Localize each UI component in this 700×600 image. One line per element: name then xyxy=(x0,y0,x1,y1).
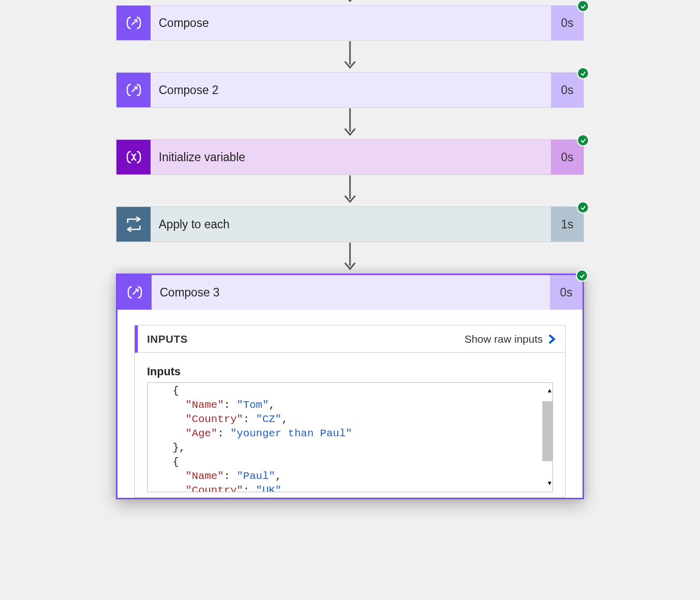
check-icon xyxy=(580,70,587,77)
arrow-icon xyxy=(342,243,358,273)
inputs-header-label: INPUTS xyxy=(138,333,464,345)
step-title: Initialize variable xyxy=(151,140,551,174)
compose-icon xyxy=(118,275,152,310)
arrow-icon xyxy=(342,0,358,5)
loop-icon xyxy=(116,207,151,242)
flow-arrow xyxy=(0,0,700,5)
flow-arrow xyxy=(0,175,700,206)
step-title: Apply to each xyxy=(151,207,551,242)
scrollbar-thumb[interactable] xyxy=(542,401,552,461)
flow-arrow xyxy=(0,41,700,72)
success-badge xyxy=(577,134,589,146)
scroll-down-icon[interactable]: ▼ xyxy=(548,476,551,491)
check-icon xyxy=(580,137,587,144)
step-title: Compose xyxy=(151,6,551,40)
flow-arrow xyxy=(0,108,700,139)
arrow-icon xyxy=(342,175,358,206)
chevron-right-icon xyxy=(548,333,556,345)
success-badge xyxy=(577,67,589,79)
inputs-panel: INPUTS Show raw inputs Inputs ▲ ▼ { "Nam… xyxy=(134,325,566,498)
arrow-icon xyxy=(342,108,358,139)
inputs-panel-body: Inputs ▲ ▼ { "Name": "Tom", "Country": "… xyxy=(135,353,565,497)
inputs-code-box[interactable]: ▲ ▼ { "Name": "Tom", "Country": "CZ", "A… xyxy=(147,382,553,492)
success-badge xyxy=(577,201,589,214)
show-raw-inputs-link[interactable]: Show raw inputs xyxy=(464,333,556,345)
flow-arrow xyxy=(0,242,700,274)
step-title: Compose 3 xyxy=(152,275,550,310)
success-badge xyxy=(577,0,589,12)
variable-icon xyxy=(116,140,151,174)
flow-step-compose[interactable]: Compose 0s xyxy=(116,5,584,41)
flow-step-apply-to-each[interactable]: Apply to each 1s xyxy=(116,206,584,242)
flow-canvas: Compose 0s Compose 2 0s xyxy=(0,0,700,499)
inputs-code-content: { "Name": "Tom", "Country": "CZ", "Age":… xyxy=(148,383,552,492)
scroll-up-icon[interactable]: ▲ xyxy=(548,384,551,398)
check-icon xyxy=(579,273,586,279)
inputs-panel-header: INPUTS Show raw inputs xyxy=(135,325,565,353)
show-raw-inputs-label: Show raw inputs xyxy=(464,333,543,345)
check-icon xyxy=(580,204,587,211)
inputs-body-label: Inputs xyxy=(147,365,553,378)
flow-step-initialize-variable[interactable]: Initialize variable 0s xyxy=(116,139,584,175)
step-header[interactable]: Compose 3 0s xyxy=(118,275,582,310)
arrow-icon xyxy=(342,41,358,72)
compose-icon xyxy=(116,6,151,40)
flow-step-compose-2[interactable]: Compose 2 0s xyxy=(116,72,584,108)
compose-icon xyxy=(116,73,151,107)
step-title: Compose 2 xyxy=(151,73,551,107)
success-badge xyxy=(576,269,588,282)
flow-step-compose-3-expanded[interactable]: Compose 3 0s INPUTS Show raw inputs Inpu… xyxy=(116,274,584,499)
check-icon xyxy=(580,3,587,10)
